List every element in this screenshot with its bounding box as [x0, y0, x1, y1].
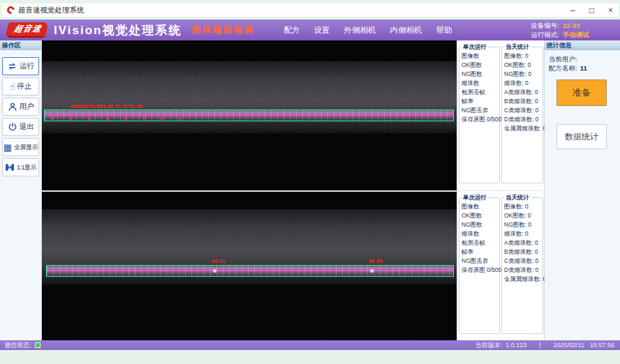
stat-value: 0	[525, 52, 529, 59]
stat-row: 帧率	[462, 248, 499, 257]
daily-stats-groupbox: 当天统计 图像数:0OK图数:0NG图数:0熔珠数:0A类熔珠数:0B类熔珠数:…	[501, 197, 543, 334]
menu-item-help[interactable]: 帮助	[436, 25, 452, 36]
stat-row: 检测丢帧	[462, 238, 499, 248]
comm-status-label: 通信状态:	[4, 341, 31, 350]
inner-camera-view: 53.1156.43	[42, 190, 457, 340]
stat-row: 熔珠数	[462, 79, 499, 88]
prepare-button[interactable]: 准备	[556, 79, 607, 106]
stat-value: 0	[525, 79, 529, 86]
stat-label: NG图数	[462, 70, 482, 77]
single-run-groupbox: 单次运行 图像数OK图数NG图数熔珠数检测丢帧帧率NG图丢弃保存原图0/500	[459, 47, 500, 183]
stat-value: 0	[536, 266, 539, 273]
user-icon	[8, 102, 17, 112]
detection-marker	[52, 117, 54, 120]
current-user-label: 当前用户:	[549, 54, 577, 63]
detection-marker	[142, 117, 145, 120]
sidebar-button-fullscreen[interactable]: ▦ 全屏显示	[2, 138, 39, 156]
stat-label: 熔珠数:	[504, 79, 524, 86]
detection-marker	[179, 117, 182, 120]
app-title: IVision视觉处理系统	[54, 22, 182, 38]
info-panel: 统计信息 当前用户: 配方名称: 11 准备 数据统计	[545, 40, 620, 340]
stat-label: OK图数	[462, 61, 482, 68]
stat-label: OK图数	[462, 212, 482, 219]
device-number-value: 22-33	[563, 21, 599, 30]
detection-marker	[370, 269, 374, 273]
daily-stats-title: 当天统计	[504, 43, 531, 52]
stop-icon: ☝	[10, 82, 15, 91]
stat-label: 金属屑熔珠数:	[504, 125, 541, 132]
stat-value: 0	[535, 98, 538, 105]
stat-label: 帧率	[462, 248, 473, 255]
app-logo-icon	[6, 5, 16, 15]
weld-bead-detection-box	[44, 109, 454, 121]
single-run-title: 单次运行	[462, 43, 488, 52]
stat-label: B类熔珠数:	[504, 248, 533, 255]
stat-label: B类熔珠数:	[504, 98, 533, 105]
stat-label: D类熔珠数:	[504, 266, 534, 273]
sidebar-button-stop[interactable]: ☝ 停止	[2, 77, 39, 96]
stat-label: NG图数:	[504, 70, 526, 77]
stat-row: 图像数	[462, 202, 499, 211]
info-panel-title: 统计信息	[545, 40, 620, 50]
inner-camera-stats-section: 单次运行 图像数OK图数NG图数熔珠数检测丢帧帧率NG图丢弃保存原图0/500 …	[457, 190, 545, 340]
stat-value: 0/500	[487, 116, 501, 123]
operation-panel-title: 操作区	[0, 40, 41, 50]
comm-status-led-indicator	[35, 342, 40, 348]
sidebar-button-user[interactable]: 用户	[2, 98, 39, 116]
brand-logo: 超音速	[5, 22, 48, 38]
stat-row: 检测丢帧	[462, 88, 499, 97]
status-bar: 通信状态: 当前版本: 1.0.123 | 2025/02/11 16:57:5…	[0, 340, 620, 350]
window-titlebar: 超音速视觉处理系统 – □ ×	[1, 3, 619, 17]
menu-item-recipe[interactable]: 配方	[283, 25, 300, 36]
window-title: 超音速视觉处理系统	[18, 6, 84, 15]
stat-label: 图像数:	[504, 203, 524, 210]
run-icon	[7, 61, 17, 71]
stat-value: 0	[528, 221, 531, 228]
stat-label: 熔珠数	[462, 230, 480, 237]
stat-label: D类熔珠数:	[504, 116, 534, 123]
detection-marker	[161, 117, 163, 120]
menu-item-outer-camera[interactable]: 外侧相机	[344, 25, 376, 36]
stat-label: C类熔珠数:	[504, 107, 534, 114]
stat-value: 0/500	[487, 266, 501, 273]
app-header: 超音速 IVision视觉处理系统 熔珠端面检测 配方 设置 外侧相机 内侧相机…	[0, 20, 620, 40]
device-info: 设备编号: 22-33 运行模式: 手动调试	[531, 21, 599, 39]
stat-value: 0	[528, 61, 531, 68]
detection-marker	[213, 269, 216, 273]
version-label: 当前版本:	[475, 341, 503, 350]
maximize-button[interactable]: □	[589, 6, 594, 15]
stat-label: A类熔珠数:	[504, 89, 533, 96]
sidebar-button-run[interactable]: 运行	[2, 57, 39, 75]
stat-row: D类熔珠数:0	[504, 115, 542, 124]
close-button[interactable]: ×	[608, 6, 613, 15]
stat-label: A类熔珠数:	[504, 239, 533, 246]
stat-label: 图像数:	[504, 52, 524, 59]
one-to-one-icon	[5, 162, 15, 172]
stat-row: NG图数	[462, 70, 499, 79]
stat-row: 图像数:0	[504, 202, 542, 211]
sidebar-button-one-to-one[interactable]: 1:1显示	[2, 158, 39, 176]
stat-value: 0	[528, 212, 531, 219]
detection-marker	[106, 117, 109, 120]
stat-row: OK图数	[462, 211, 499, 220]
measurement-annotation: 44988579.581.49 31.5741.49	[70, 103, 143, 109]
detection-marker	[88, 117, 91, 120]
stat-value: 0	[536, 107, 539, 114]
stat-label: 熔珠数	[462, 79, 480, 86]
data-statistics-button[interactable]: 数据统计	[556, 124, 607, 149]
status-separator: |	[539, 342, 540, 349]
menu-item-inner-camera[interactable]: 内侧相机	[390, 25, 422, 36]
minimize-button[interactable]: –	[570, 6, 575, 15]
single-run-title: 单次运行	[462, 194, 488, 202]
stat-row: 熔珠数	[462, 229, 499, 238]
stat-value: 0	[525, 230, 529, 237]
menu-item-settings[interactable]: 设置	[313, 25, 330, 36]
stat-label: 保存原图	[462, 116, 485, 123]
run-mode-value: 手动调试	[563, 30, 599, 39]
outer-camera-view: 44988579.581.49 31.5741.49	[42, 40, 457, 190]
stat-row: OK图数:0	[504, 61, 542, 70]
stat-value: 0	[536, 257, 539, 264]
recipe-name-value: 11	[580, 63, 587, 73]
sidebar-button-exit[interactable]: 退出	[2, 118, 39, 136]
detection-marker	[70, 117, 73, 120]
